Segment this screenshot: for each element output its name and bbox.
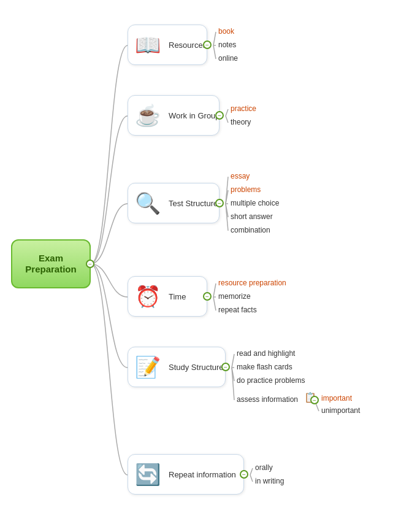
test-structure-icon: 🔍 <box>132 187 164 219</box>
svg-line-10 <box>213 283 216 297</box>
work-in-group-leaf-1: theory <box>231 118 251 126</box>
svg-line-15 <box>232 368 234 381</box>
time-leaf-0: resource preparation <box>218 279 286 287</box>
assess-subleaf-0: important <box>321 394 352 403</box>
svg-line-9 <box>226 204 228 231</box>
study-structure-collapse[interactable]: − <box>221 363 230 371</box>
svg-line-16 <box>232 368 234 400</box>
work-in-group-leaf-0: practice <box>231 104 256 113</box>
svg-line-13 <box>232 354 234 368</box>
test-structure-leaf-3: short answer <box>231 212 273 221</box>
svg-line-20 <box>250 475 253 482</box>
study-structure-leaf-2: do practice problems <box>237 376 305 385</box>
resources-leaf-1: notes <box>218 40 236 49</box>
study-structure-leaf-1: make flash cards <box>237 363 292 371</box>
svg-line-4 <box>226 116 228 123</box>
repeat-information-label: Repeat information <box>169 470 236 479</box>
test-structure-collapse[interactable]: − <box>215 199 224 207</box>
repeat-information-collapse[interactable]: − <box>240 470 248 479</box>
svg-line-12 <box>213 297 216 310</box>
study-structure-label: Study Structure <box>169 363 224 372</box>
resources-leaf-0: book <box>218 27 234 36</box>
branch-node-resources: 📖Resources− <box>128 25 207 65</box>
center-collapse[interactable]: − <box>86 260 94 268</box>
svg-line-19 <box>250 468 253 475</box>
time-collapse[interactable]: − <box>203 292 212 301</box>
repeat-information-icon: 🔄 <box>132 458 164 490</box>
svg-line-2 <box>213 45 216 59</box>
resources-label: Resources <box>169 40 207 50</box>
test-structure-leaf-4: combination <box>231 226 270 234</box>
svg-line-0 <box>213 32 216 45</box>
work-in-group-label: Work in Group <box>169 111 220 120</box>
work-in-group-icon: ☕ <box>132 99 164 131</box>
time-leaf-2: repeat facts <box>218 306 257 314</box>
test-structure-label: Test Structure <box>169 199 218 208</box>
resources-collapse[interactable]: − <box>203 40 212 49</box>
study-structure-leaf-0: read and highlight <box>237 349 295 358</box>
test-structure-leaf-1: problems <box>231 185 261 194</box>
branch-node-repeat-information: 🔄Repeat information− <box>128 454 244 495</box>
repeat-information-leaf-0: orally <box>255 463 273 472</box>
svg-line-5 <box>226 177 228 204</box>
resources-icon: 📖 <box>132 29 164 61</box>
assess-subleaf-1: unimportant <box>321 406 360 415</box>
assess-info-collapse[interactable]: − <box>310 396 319 404</box>
svg-line-8 <box>226 204 228 217</box>
center-node: ExamPreparation − <box>11 239 91 288</box>
work-in-group-collapse[interactable]: − <box>215 111 224 120</box>
time-leaf-1: memorize <box>218 292 251 301</box>
assess-information-label: assess information <box>237 395 298 404</box>
time-icon: ⏰ <box>132 280 164 312</box>
svg-line-6 <box>226 190 228 204</box>
branch-node-study-structure: 📝Study Structure− <box>128 347 226 387</box>
test-structure-leaf-0: essay <box>231 172 250 180</box>
test-structure-leaf-2: multiple choice <box>231 199 279 207</box>
branch-node-time: ⏰Time− <box>128 276 207 317</box>
branch-node-work-in-group: ☕Work in Group− <box>128 95 220 136</box>
center-node-label: ExamPreparation <box>25 253 76 275</box>
svg-line-3 <box>226 109 228 116</box>
resources-leaf-2: online <box>218 54 238 63</box>
time-label: Time <box>169 292 186 301</box>
study-structure-icon: 📝 <box>132 351 164 383</box>
repeat-information-leaf-1: in writing <box>255 477 284 485</box>
branch-node-test-structure: 🔍Test Structure− <box>128 183 220 223</box>
